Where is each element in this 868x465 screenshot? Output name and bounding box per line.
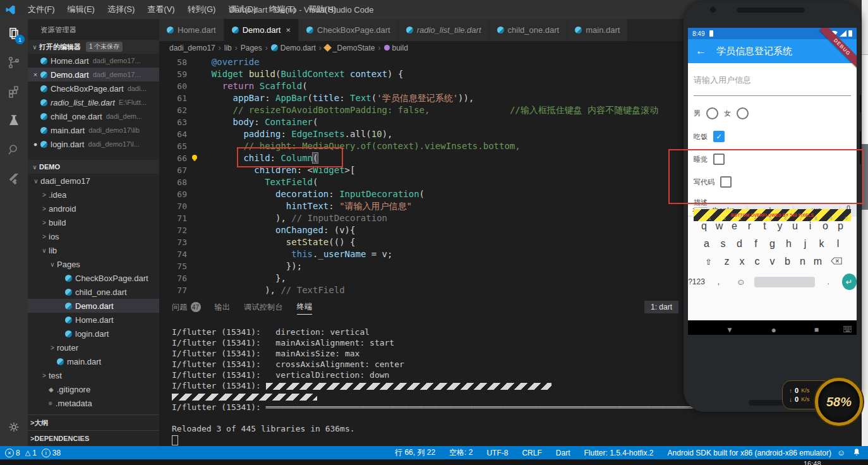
open-editor-item[interactable]: radio_list_tile.dartE:\Flutt... [28,95,159,109]
test-beaker-icon[interactable] [0,106,28,135]
menu-item-2[interactable]: 选择(S) [102,1,140,18]
problems-summary[interactable]: ×8△1i38 [5,449,63,457]
comma-key[interactable]: , [710,277,727,286]
menu-item-3[interactable]: 查看(V) [142,1,180,18]
panel-tab-调试控制台[interactable]: 调试控制台 [244,302,283,313]
key-f[interactable]: f [748,238,764,250]
tree-item-login.dart[interactable]: login.dart [28,327,159,341]
key-t[interactable]: t5 [757,220,773,232]
settings-gear-icon[interactable] [0,414,28,440]
tree-item-Home.dart[interactable]: Home.dart [28,313,159,327]
radio-button-女[interactable] [737,107,749,119]
dependencies-section[interactable]: > DEPENDENCIES [28,430,159,446]
key-p[interactable]: p0 [833,220,848,232]
tree-item-test[interactable]: >test [28,368,159,382]
tab-CheckBoxPage.dart[interactable]: CheckBoxPage.dart [299,19,399,41]
open-editor-item[interactable]: child_one.dartdadi_dem... [28,109,159,123]
nav-back-button[interactable]: ▼ [726,325,733,334]
key-x[interactable]: x [735,256,750,267]
breadcrumb-item-lib[interactable]: lib [224,44,232,52]
key-s[interactable]: s [715,238,732,250]
open-editor-item[interactable]: ●login.dartdadi_demo17\l... [28,137,159,151]
key-y[interactable]: y6 [773,220,788,232]
key-g[interactable]: g [764,238,781,250]
breadcrumb-item-Pages[interactable]: Pages [241,44,262,52]
outline-section[interactable]: > 大纲 [28,414,159,430]
key-w[interactable]: w2 [712,220,727,232]
breadcrumb-item-_DemoState[interactable]: _DemoState [325,44,375,52]
key-i[interactable]: i8 [803,220,818,232]
back-arrow-icon[interactable]: ← [696,45,706,57]
source-control-icon[interactable] [0,48,28,77]
tab-child_one.dart[interactable]: child_one.dart [490,19,568,41]
tab-radio_list_tile.dart[interactable]: radio_list_tile.dart [399,19,490,41]
feedback-smiley-icon[interactable]: ☺ [837,448,845,457]
status-item-0[interactable]: 行 66, 列 22 [395,447,435,458]
period-key[interactable]: . [820,277,837,286]
key-b[interactable]: b [780,256,795,267]
key-v[interactable]: v [765,256,780,267]
extensions-icon[interactable] [0,77,28,106]
status-item-1[interactable]: 空格: 2 [449,447,473,458]
keyboard-switch-icon[interactable] [843,325,852,334]
tab-main.dart[interactable]: main.dart [567,19,628,41]
shift-key-icon[interactable]: ⇧ [698,257,720,267]
space-key[interactable] [754,277,814,287]
breadcrumb-item-build[interactable]: build [384,44,408,52]
tree-item-.idea[interactable]: >.idea [28,188,159,202]
tab-Demo.dart[interactable]: Demo.dart× [224,19,299,41]
tree-item-router[interactable]: >router [28,341,159,354]
key-d[interactable]: d [732,238,748,250]
terminal-selector[interactable]: 1: dart [644,301,678,313]
tree-item-child_one.dart[interactable]: child_one.dart [28,285,159,299]
key-o[interactable]: o9 [818,220,833,232]
tree-item-dadi_demo17[interactable]: ∨dadi_demo17 [28,174,159,188]
status-item-6[interactable]: Android SDK built for x86 (android-x86 e… [668,449,831,457]
explorer-icon[interactable]: 1 [0,19,28,48]
tab-Home.dart[interactable]: Home.dart [159,19,224,41]
breadcrumb-item-dadi_demo17[interactable]: dadi_demo17 [169,44,215,52]
key-r[interactable]: r4 [742,220,757,232]
flutter-icon[interactable] [0,164,28,193]
menu-item-6[interactable]: 终端(T) [263,1,301,18]
tree-item-CheckBoxPage.dart[interactable]: CheckBoxPage.dart [28,271,159,285]
key-l[interactable]: l [830,238,847,250]
notifications-bell-icon[interactable] [853,448,860,458]
key-j[interactable]: j [797,238,814,250]
emoji-key-icon[interactable]: ☺ [732,277,749,287]
key-n[interactable]: n [795,256,811,267]
nav-home-button[interactable]: ● [771,325,776,335]
menu-item-5[interactable]: 调试(D) [222,1,262,18]
nav-recents-button[interactable]: ■ [814,325,819,334]
key-e[interactable]: e3 [727,220,742,232]
tree-item-android[interactable]: >android [28,202,159,215]
radio-button-男[interactable] [706,107,718,119]
key-m[interactable]: m [811,256,826,267]
tree-item-main.dart[interactable]: main.dart [28,354,159,368]
open-editors-section[interactable]: ∨ 打开的编辑器 1 个未保存 [28,40,159,54]
username-input[interactable]: 请输入用户信息 [694,63,851,86]
key-q[interactable]: q1 [697,220,712,232]
checkbox-吃饭[interactable]: ✓ [713,131,725,142]
open-editor-item[interactable]: main.dartdadi_demo17\lib [28,123,159,137]
key-c[interactable]: c [750,256,765,267]
tree-item-ios[interactable]: >ios [28,229,159,243]
key-h[interactable]: h [781,238,797,250]
panel-tab-问题[interactable]: 问题47 [172,302,201,313]
demo-section-header[interactable]: ∨ DEMO [28,160,159,174]
close-icon[interactable]: × [30,71,40,78]
breadcrumb-item-Demo.dart[interactable]: Demo.dart [271,44,316,52]
lightbulb-icon[interactable] [192,155,197,160]
menu-item-1[interactable]: 编辑(E) [62,1,100,18]
status-item-5[interactable]: Flutter: 1.5.4-hotfix.2 [584,449,653,457]
status-item-3[interactable]: CRLF [522,449,541,457]
open-editor-item[interactable]: ×Demo.dartdadi_demo17... [28,68,159,82]
open-editor-item[interactable]: CheckBoxPage.dartdadi... [28,82,159,95]
open-editor-item[interactable]: Home.dartdadi_demo17... [28,54,159,68]
enter-key-icon[interactable]: ↵ [842,274,857,290]
key-a[interactable]: a [699,238,715,250]
menu-item-0[interactable]: 文件(F) [22,1,61,18]
backspace-key-icon[interactable] [826,257,847,267]
menu-item-7[interactable]: 帮助(H) [303,1,342,18]
menu-item-4[interactable]: 转到(G) [182,1,222,18]
